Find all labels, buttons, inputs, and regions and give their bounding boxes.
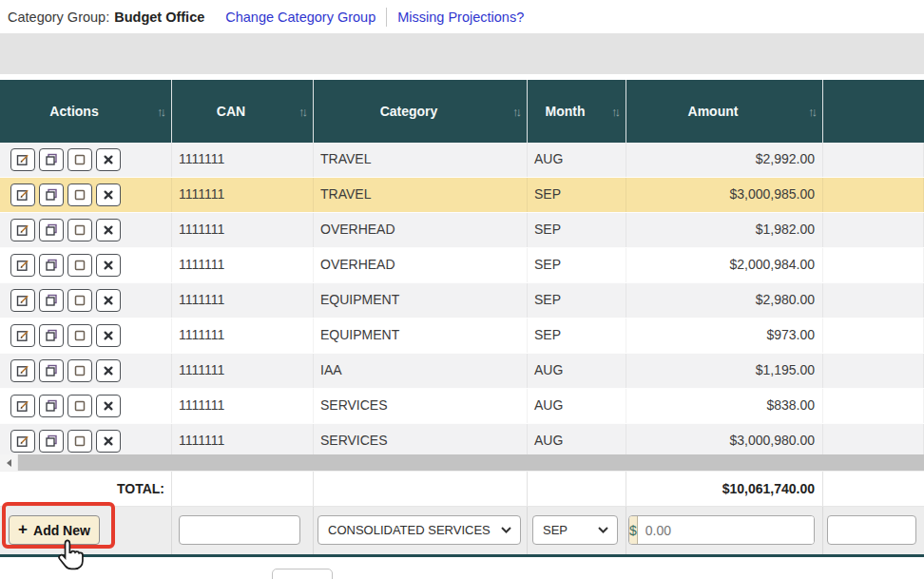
month-select-cell: SEP — [528, 507, 626, 554]
row-copy-button[interactable] — [39, 289, 64, 312]
copy-icon — [45, 259, 58, 272]
category-cell: OVERHEAD — [314, 248, 528, 282]
row-delete-button[interactable] — [96, 254, 121, 277]
row-delete-button[interactable] — [96, 148, 121, 171]
category-cell: SERVICES — [314, 389, 528, 423]
row-select-button[interactable] — [67, 289, 92, 312]
header-label: CAN — [217, 104, 268, 119]
row-edit-button[interactable] — [10, 183, 35, 206]
change-category-group-link[interactable]: Change Category Group — [225, 10, 375, 25]
row-delete-button[interactable] — [96, 289, 121, 312]
can-cell: 1111111 — [172, 213, 314, 247]
row-delete-button[interactable] — [96, 430, 121, 453]
category-cell: OVERHEAD — [314, 213, 528, 247]
can-cell: 1111111 — [172, 424, 314, 454]
row-edit-button[interactable] — [10, 219, 35, 241]
extra-input[interactable] — [827, 515, 916, 545]
row-copy-button[interactable] — [39, 395, 64, 417]
row-delete-button[interactable] — [96, 359, 121, 382]
square-icon — [73, 259, 87, 272]
total-label: TOTAL: — [0, 472, 172, 506]
sort-arrows-icon[interactable]: ↑↓ — [611, 105, 618, 119]
month-cell: AUG — [528, 389, 626, 423]
square-icon — [73, 434, 87, 448]
row-edit-button[interactable] — [10, 359, 35, 382]
row-edit-button[interactable] — [10, 324, 35, 347]
month-select[interactable]: SEP — [532, 515, 618, 545]
row-edit-button[interactable] — [10, 430, 35, 453]
amount-cell: $2,000,984.00 — [626, 248, 823, 282]
plus-icon: + — [18, 521, 28, 537]
missing-projections-link[interactable]: Missing Projections? — [397, 10, 524, 25]
category-select[interactable]: CONSOLIDATED SERVICES — [318, 515, 521, 545]
row-delete-button[interactable] — [96, 219, 121, 241]
row-edit-button[interactable] — [10, 254, 35, 277]
row-delete-button[interactable] — [96, 395, 121, 417]
sort-arrows-icon[interactable]: ↑↓ — [512, 105, 519, 119]
amount-cell: $2,992.00 — [626, 143, 823, 177]
amount-cell: $973.00 — [626, 318, 823, 353]
category-cell: EQUIPMENT — [314, 318, 528, 353]
header-cell-amount[interactable]: Amount↑↓ — [626, 80, 823, 143]
row-select-button[interactable] — [67, 219, 92, 241]
table-row: 1111111TRAVELSEP$3,000,985.00 — [0, 178, 924, 213]
row-copy-button[interactable] — [39, 254, 64, 277]
header-cell-actions[interactable]: Actions↑↓ — [0, 80, 172, 143]
can-cell: 1111111 — [172, 354, 314, 388]
row-select-button[interactable] — [67, 324, 92, 347]
row-edit-button[interactable] — [10, 148, 35, 171]
row-select-button[interactable] — [67, 395, 92, 417]
extra-cell — [823, 389, 924, 423]
month-cell: AUG — [528, 424, 626, 454]
can-cell: 1111111 — [172, 389, 314, 423]
row-delete-button[interactable] — [96, 324, 121, 347]
row-copy-button[interactable] — [39, 219, 64, 241]
table-row: 1111111TRAVELAUG$2,992.00 — [0, 143, 924, 178]
row-select-button[interactable] — [67, 183, 92, 206]
horizontal-scrollbar[interactable] — [0, 454, 924, 471]
extra-cell — [823, 318, 924, 353]
amount-input[interactable] — [638, 516, 815, 544]
sort-arrows-icon[interactable]: ↑↓ — [157, 105, 164, 119]
actions-cell — [0, 318, 172, 353]
row-select-button[interactable] — [67, 359, 92, 382]
can-input[interactable] — [179, 515, 300, 545]
extra-cell — [823, 178, 924, 212]
add-new-label: Add New — [33, 523, 90, 538]
category-cell: TRAVEL — [314, 178, 528, 212]
header-cell-month[interactable]: Month↑↓ — [528, 80, 626, 143]
row-delete-button[interactable] — [96, 183, 121, 206]
row-select-button[interactable] — [67, 430, 92, 453]
toolbar-band — [0, 33, 924, 74]
square-icon — [73, 329, 87, 342]
add-new-button[interactable]: + Add New — [9, 515, 100, 545]
scrollbar-thumb[interactable] — [18, 454, 924, 471]
table-bottom-border — [0, 554, 924, 557]
row-copy-button[interactable] — [39, 183, 64, 206]
row-select-button[interactable] — [67, 254, 92, 277]
row-copy-button[interactable] — [39, 430, 64, 453]
header-cell-can[interactable]: CAN↑↓ — [172, 80, 314, 143]
sort-arrows-icon[interactable]: ↑↓ — [808, 105, 815, 119]
edit-icon — [16, 434, 29, 448]
header-cell-category[interactable]: Category↑↓ — [314, 80, 528, 143]
row-copy-button[interactable] — [39, 359, 64, 382]
row-edit-button[interactable] — [10, 289, 35, 312]
month-cell: AUG — [528, 354, 626, 388]
row-select-button[interactable] — [67, 148, 92, 171]
actions-cell — [0, 213, 172, 247]
can-input-cell — [172, 507, 314, 554]
category-cell: TRAVEL — [314, 143, 528, 177]
scroll-left-arrow[interactable] — [0, 454, 17, 471]
month-cell: SEP — [528, 213, 626, 247]
row-copy-button[interactable] — [39, 148, 64, 171]
month-cell: SEP — [528, 248, 626, 282]
row-copy-button[interactable] — [39, 324, 64, 347]
pagination-button-partial[interactable] — [272, 569, 333, 579]
square-icon — [73, 364, 87, 377]
amount-input-group: $ — [628, 515, 815, 545]
sort-arrows-icon[interactable]: ↑↓ — [298, 105, 305, 119]
square-icon — [73, 153, 87, 166]
edit-icon — [16, 364, 29, 377]
row-edit-button[interactable] — [10, 395, 35, 417]
